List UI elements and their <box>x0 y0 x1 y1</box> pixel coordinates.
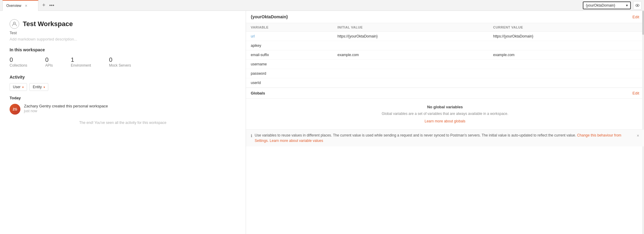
person-icon <box>12 21 17 27</box>
user-filter-dropdown[interactable]: User ▾ <box>10 83 27 91</box>
activity-content: Zachary Gentry created this personal wor… <box>24 104 108 113</box>
var-current-url: https://{yourOktaDomain} <box>488 32 644 41</box>
env-selector-value: {yourOktaDomain} <box>586 3 615 8</box>
var-initial-url: https://{yourOktaDomain} <box>333 32 488 41</box>
table-row: apikey <box>246 41 644 50</box>
svg-point-1 <box>637 5 638 6</box>
header-initial-value: INITIAL VALUE <box>333 23 488 32</box>
env-table-wrapper: VARIABLE INITIAL VALUE CURRENT VALUE url… <box>246 23 644 88</box>
var-name-url: url <box>246 32 333 41</box>
stat-mock-servers-label: Mock Servers <box>109 63 131 68</box>
tab-close-icon[interactable]: × <box>25 3 27 8</box>
workspace-icon <box>10 19 19 29</box>
table-row: password <box>246 69 644 78</box>
info-banner-close-button[interactable]: × <box>637 133 639 139</box>
table-row: url https://{yourOktaDomain} https://{yo… <box>246 32 644 41</box>
stat-mock-servers: 0 Mock Servers <box>109 56 131 68</box>
activity-text: Zachary Gentry created this personal wor… <box>24 104 108 108</box>
var-initial-apikey <box>333 41 488 50</box>
var-current-password <box>488 69 644 78</box>
env-table-body: url https://{yourOktaDomain} https://{yo… <box>246 32 644 88</box>
activity-item: ZG Zachary Gentry created this personal … <box>10 104 236 115</box>
stat-mock-servers-number: 0 <box>109 56 131 63</box>
more-tabs-button[interactable]: ••• <box>49 3 54 8</box>
workspace-title: Test Workspace <box>23 20 73 28</box>
info-banner: ℹ Use variables to reuse values in diffe… <box>246 129 644 146</box>
end-of-activity-message: The end! You've seen all the activity fo… <box>10 121 236 125</box>
user-filter-chevron-icon: ▾ <box>22 86 24 89</box>
learn-variable-values-link[interactable]: Learn more about variable values <box>270 139 323 143</box>
stat-environment-number: 1 <box>71 56 91 63</box>
left-panel: Test Workspace Test Add markdown support… <box>0 11 246 234</box>
stat-apis-number: 0 <box>45 56 53 63</box>
no-globals-description: Global variables are a set of variables … <box>251 111 639 116</box>
activity-section: Activity User ▾ Entity ▾ Today ZG Zachar… <box>10 75 236 125</box>
env-table-header: VARIABLE INITIAL VALUE CURRENT VALUE <box>246 23 644 32</box>
right-panel: {yourOktaDomain} Edit VARIABLE INITIAL V… <box>246 11 644 234</box>
filter-row: User ▾ Entity ▾ <box>10 83 236 91</box>
var-name-username: username <box>246 60 333 69</box>
table-row: userId <box>246 78 644 88</box>
entity-filter-label: Entity <box>33 85 42 89</box>
globals-section: Globals Edit No global variables Global … <box>246 88 644 129</box>
env-edit-button[interactable]: Edit <box>633 15 639 19</box>
info-banner-main-text: Use variables to reuse values in differe… <box>255 133 576 137</box>
avatar: ZG <box>10 104 20 115</box>
activity-heading: Activity <box>10 75 236 80</box>
table-row: username <box>246 60 644 69</box>
var-current-email-suffix: example.com <box>488 50 644 60</box>
environment-eye-button[interactable] <box>633 1 642 10</box>
environment-selector[interactable]: {yourOktaDomain} ▾ <box>583 2 631 9</box>
tab-bar: Overview × + ••• {yourOktaDomain} ▾ <box>0 0 644 11</box>
scrollbar-track[interactable] <box>642 11 644 234</box>
workspace-header: Test Workspace <box>10 19 236 29</box>
env-panel-header: {yourOktaDomain} Edit <box>246 11 644 23</box>
env-panel-title: {yourOktaDomain} <box>251 14 288 19</box>
stat-apis: 0 APIs <box>45 56 53 68</box>
scrollbar-thumb[interactable] <box>642 11 644 35</box>
info-banner-text: Use variables to reuse values in differe… <box>255 133 634 143</box>
main-layout: Test Workspace Test Add markdown support… <box>0 11 644 234</box>
var-name-password: password <box>246 69 333 78</box>
info-icon: ℹ <box>251 133 252 139</box>
stat-collections-label: Collections <box>10 63 27 68</box>
var-name-apikey: apikey <box>246 41 333 50</box>
var-current-username <box>488 60 644 69</box>
today-label: Today <box>10 96 236 100</box>
no-globals-area: No global variables Global variables are… <box>246 99 644 129</box>
header-variable: VARIABLE <box>246 23 333 32</box>
tab-bar-right: {yourOktaDomain} ▾ <box>583 1 642 10</box>
globals-edit-button[interactable]: Edit <box>633 91 639 95</box>
in-this-workspace-heading: In this workspace <box>10 47 236 52</box>
activity-time: just now <box>24 109 108 113</box>
var-initial-password <box>333 69 488 78</box>
var-name-userId: userId <box>246 78 333 88</box>
var-initial-userId <box>333 78 488 88</box>
var-initial-username <box>333 60 488 69</box>
header-current-value: CURRENT VALUE <box>488 23 644 32</box>
stat-collections-number: 0 <box>10 56 27 63</box>
stat-environment-label: Environment <box>71 63 91 68</box>
stat-apis-label: APIs <box>45 63 53 68</box>
stat-environment: 1 Environment <box>71 56 91 68</box>
user-filter-label: User <box>13 85 20 89</box>
workspace-subtitle: Test <box>10 31 236 35</box>
table-row: email-suffix example.com example.com <box>246 50 644 60</box>
entity-filter-dropdown[interactable]: Entity ▾ <box>29 83 48 91</box>
add-tab-button[interactable]: + <box>40 1 48 10</box>
stats-row: 0 Collections 0 APIs 1 Environment 0 Moc… <box>10 56 236 68</box>
env-selector-chevron-icon: ▾ <box>626 3 628 8</box>
var-current-apikey <box>488 41 644 50</box>
tab-label: Overview <box>6 4 21 8</box>
workspace-description: Add markdown supported description... <box>10 37 236 41</box>
var-current-userId <box>488 78 644 88</box>
learn-more-globals-link[interactable]: Learn more about globals <box>424 119 465 123</box>
entity-filter-chevron-icon: ▾ <box>43 86 45 89</box>
var-initial-email-suffix: example.com <box>333 50 488 60</box>
globals-title: Globals <box>251 91 265 95</box>
globals-header: Globals Edit <box>246 88 644 99</box>
overview-tab[interactable]: Overview × <box>2 0 38 11</box>
stat-collections: 0 Collections <box>10 56 27 68</box>
env-variables-table: VARIABLE INITIAL VALUE CURRENT VALUE url… <box>246 23 644 88</box>
no-globals-title: No global variables <box>251 105 639 109</box>
